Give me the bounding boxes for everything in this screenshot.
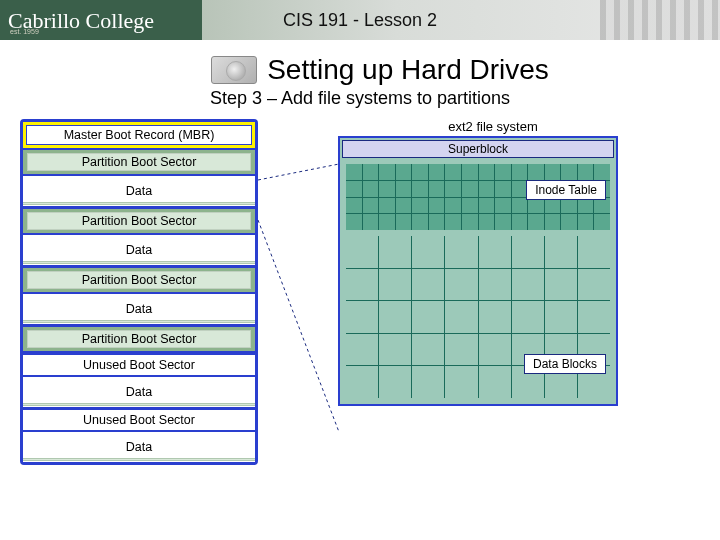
inode-table-label: Inode Table — [526, 180, 606, 200]
slide-title: Setting up Hard Drives — [267, 54, 549, 86]
partition-boot-sector: Partition Boot Sector — [23, 148, 255, 176]
title-row: Setting up Hard Drives — [0, 54, 720, 86]
data-label: Data — [126, 184, 152, 198]
data-label: Data — [126, 243, 152, 257]
hard-drive-icon — [211, 56, 257, 84]
data-region: Data — [23, 294, 255, 325]
data-region: Data — [23, 176, 255, 207]
data-blocks-label: Data Blocks — [524, 354, 606, 374]
data-label: Data — [126, 385, 152, 399]
partition-boot-sector: Partition Boot Sector — [23, 207, 255, 235]
superblock-label: Superblock — [342, 140, 614, 158]
slide-subtitle: Step 3 – Add file systems to partitions — [0, 88, 720, 109]
unused-boot-sector: Unused Boot Sector — [23, 353, 255, 377]
pbs-label: Partition Boot Sector — [27, 330, 251, 348]
filesystem-name: ext2 file system — [338, 119, 648, 134]
partition-boot-sector: Partition Boot Sector — [23, 325, 255, 353]
filesystem-panel: ext2 file system Superblock Inode Table … — [338, 119, 648, 465]
mbr-row: Master Boot Record (MBR) — [23, 122, 255, 148]
ext2-diagram: Superblock Inode Table Data Blocks — [338, 136, 618, 406]
data-region: Data — [23, 377, 255, 408]
data-label: Data — [126, 302, 152, 316]
disk-layout: Master Boot Record (MBR) Partition Boot … — [20, 119, 258, 465]
pbs-label: Partition Boot Sector — [27, 212, 251, 230]
slide-banner: Cabrillo College est. 1959 CIS 191 - Les… — [0, 0, 720, 40]
pbs-label: Partition Boot Sector — [27, 153, 251, 171]
data-label: Data — [126, 440, 152, 454]
pillars-decor — [600, 0, 720, 40]
partition-boot-sector: Partition Boot Sector — [23, 266, 255, 294]
unused-boot-sector: Unused Boot Sector — [23, 408, 255, 432]
data-region: Data — [23, 432, 255, 462]
data-region: Data — [23, 235, 255, 266]
pbs-label: Partition Boot Sector — [27, 271, 251, 289]
